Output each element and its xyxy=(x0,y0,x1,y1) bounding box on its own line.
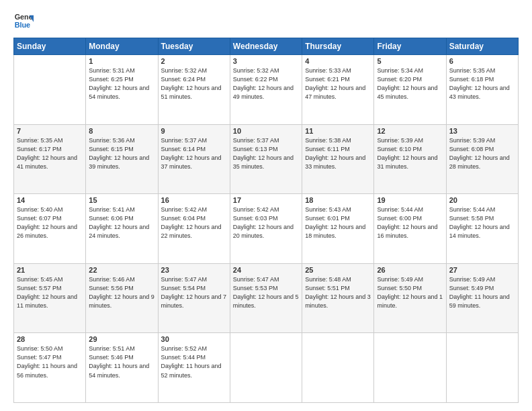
day-info: Sunrise: 5:44 AMSunset: 6:00 PMDaylight:… xyxy=(377,205,443,240)
day-number: 5 xyxy=(377,57,443,65)
day-cell: 1Sunrise: 5:31 AMSunset: 6:25 PMDaylight… xyxy=(86,55,158,125)
day-number: 16 xyxy=(161,196,227,204)
day-cell: 4Sunrise: 5:33 AMSunset: 6:21 PMDaylight… xyxy=(302,55,374,125)
day-info: Sunrise: 5:41 AMSunset: 6:06 PMDaylight:… xyxy=(89,205,154,240)
day-number: 21 xyxy=(17,266,83,274)
day-info: Sunrise: 5:35 AMSunset: 6:17 PMDaylight:… xyxy=(17,136,83,171)
weekday-header-row: SundayMondayTuesdayWednesdayThursdayFrid… xyxy=(14,38,519,55)
day-info: Sunrise: 5:42 AMSunset: 6:03 PMDaylight:… xyxy=(233,205,299,240)
day-number: 28 xyxy=(17,335,83,343)
weekday-sunday: Sunday xyxy=(14,38,86,55)
day-cell: 14Sunrise: 5:40 AMSunset: 6:07 PMDayligh… xyxy=(14,194,86,264)
day-info: Sunrise: 5:35 AMSunset: 6:18 PMDaylight:… xyxy=(449,66,515,101)
day-cell: 9Sunrise: 5:37 AMSunset: 6:14 PMDaylight… xyxy=(158,124,230,194)
day-info: Sunrise: 5:31 AMSunset: 6:25 PMDaylight:… xyxy=(89,66,154,101)
week-row-1: 1Sunrise: 5:31 AMSunset: 6:25 PMDaylight… xyxy=(14,55,519,125)
day-info: Sunrise: 5:37 AMSunset: 6:13 PMDaylight:… xyxy=(233,136,299,171)
day-cell: 22Sunrise: 5:46 AMSunset: 5:56 PMDayligh… xyxy=(86,263,158,333)
day-number: 3 xyxy=(233,57,299,65)
weekday-tuesday: Tuesday xyxy=(158,38,230,55)
day-cell: 29Sunrise: 5:51 AMSunset: 5:46 PMDayligh… xyxy=(86,333,158,403)
day-cell xyxy=(302,333,374,403)
day-cell: 21Sunrise: 5:45 AMSunset: 5:57 PMDayligh… xyxy=(14,263,86,333)
day-cell: 24Sunrise: 5:47 AMSunset: 5:53 PMDayligh… xyxy=(230,263,302,333)
week-row-5: 28Sunrise: 5:50 AMSunset: 5:47 PMDayligh… xyxy=(14,333,519,403)
day-info: Sunrise: 5:45 AMSunset: 5:57 PMDaylight:… xyxy=(17,275,83,310)
day-info: Sunrise: 5:36 AMSunset: 6:15 PMDaylight:… xyxy=(89,136,154,171)
day-number: 25 xyxy=(305,266,371,274)
day-cell: 13Sunrise: 5:39 AMSunset: 6:08 PMDayligh… xyxy=(446,124,518,194)
day-cell: 2Sunrise: 5:32 AMSunset: 6:24 PMDaylight… xyxy=(158,55,230,125)
day-info: Sunrise: 5:37 AMSunset: 6:14 PMDaylight:… xyxy=(161,136,227,171)
day-info: Sunrise: 5:42 AMSunset: 6:04 PMDaylight:… xyxy=(161,205,227,240)
day-cell: 11Sunrise: 5:38 AMSunset: 6:11 PMDayligh… xyxy=(302,124,374,194)
day-info: Sunrise: 5:38 AMSunset: 6:11 PMDaylight:… xyxy=(305,136,371,171)
day-cell: 16Sunrise: 5:42 AMSunset: 6:04 PMDayligh… xyxy=(158,194,230,264)
day-cell xyxy=(446,333,518,403)
day-info: Sunrise: 5:51 AMSunset: 5:46 PMDaylight:… xyxy=(89,345,154,379)
day-cell: 25Sunrise: 5:48 AMSunset: 5:51 PMDayligh… xyxy=(302,263,374,333)
day-cell: 20Sunrise: 5:44 AMSunset: 5:58 PMDayligh… xyxy=(446,194,518,264)
week-row-2: 7Sunrise: 5:35 AMSunset: 6:17 PMDaylight… xyxy=(14,124,519,194)
day-number: 27 xyxy=(449,266,515,274)
day-cell: 10Sunrise: 5:37 AMSunset: 6:13 PMDayligh… xyxy=(230,124,302,194)
day-cell: 12Sunrise: 5:39 AMSunset: 6:10 PMDayligh… xyxy=(374,124,446,194)
svg-text:Blue: Blue xyxy=(15,21,30,29)
day-info: Sunrise: 5:40 AMSunset: 6:07 PMDaylight:… xyxy=(17,205,83,240)
day-cell: 3Sunrise: 5:32 AMSunset: 6:22 PMDaylight… xyxy=(230,55,302,125)
day-number: 18 xyxy=(305,196,371,204)
day-number: 23 xyxy=(161,266,227,274)
weekday-wednesday: Wednesday xyxy=(230,38,302,55)
day-number: 4 xyxy=(305,57,371,65)
day-number: 7 xyxy=(17,127,83,135)
day-number: 19 xyxy=(377,196,443,204)
day-cell: 17Sunrise: 5:42 AMSunset: 6:03 PMDayligh… xyxy=(230,194,302,264)
day-number: 12 xyxy=(377,127,443,135)
weekday-friday: Friday xyxy=(374,38,446,55)
day-number: 30 xyxy=(161,335,227,343)
day-cell: 6Sunrise: 5:35 AMSunset: 6:18 PMDaylight… xyxy=(446,55,518,125)
day-number: 20 xyxy=(449,196,515,204)
week-row-4: 21Sunrise: 5:45 AMSunset: 5:57 PMDayligh… xyxy=(14,263,519,333)
page: General Blue SundayMondayTuesdayWednesda… xyxy=(0,0,532,411)
day-info: Sunrise: 5:47 AMSunset: 5:54 PMDaylight:… xyxy=(161,275,227,310)
day-cell: 30Sunrise: 5:52 AMSunset: 5:44 PMDayligh… xyxy=(158,333,230,403)
day-info: Sunrise: 5:39 AMSunset: 6:08 PMDaylight:… xyxy=(449,136,515,171)
day-cell xyxy=(230,333,302,403)
day-cell: 27Sunrise: 5:49 AMSunset: 5:49 PMDayligh… xyxy=(446,263,518,333)
weekday-saturday: Saturday xyxy=(446,38,518,55)
day-cell: 19Sunrise: 5:44 AMSunset: 6:00 PMDayligh… xyxy=(374,194,446,264)
logo-icon: General Blue xyxy=(13,11,34,31)
day-info: Sunrise: 5:49 AMSunset: 5:50 PMDaylight:… xyxy=(377,275,443,310)
day-info: Sunrise: 5:47 AMSunset: 5:53 PMDaylight:… xyxy=(233,275,299,310)
day-number: 8 xyxy=(89,127,154,135)
day-number: 9 xyxy=(161,127,227,135)
day-number: 6 xyxy=(449,57,515,65)
day-cell: 26Sunrise: 5:49 AMSunset: 5:50 PMDayligh… xyxy=(374,263,446,333)
day-info: Sunrise: 5:50 AMSunset: 5:47 PMDaylight:… xyxy=(17,345,83,379)
day-number: 11 xyxy=(305,127,371,135)
day-info: Sunrise: 5:48 AMSunset: 5:51 PMDaylight:… xyxy=(305,275,371,310)
day-number: 2 xyxy=(161,57,227,65)
day-number: 29 xyxy=(89,335,154,343)
day-info: Sunrise: 5:32 AMSunset: 6:24 PMDaylight:… xyxy=(161,66,227,101)
day-info: Sunrise: 5:32 AMSunset: 6:22 PMDaylight:… xyxy=(233,66,299,101)
day-info: Sunrise: 5:49 AMSunset: 5:49 PMDaylight:… xyxy=(449,275,515,310)
day-cell: 7Sunrise: 5:35 AMSunset: 6:17 PMDaylight… xyxy=(14,124,86,194)
day-number: 10 xyxy=(233,127,299,135)
day-cell: 23Sunrise: 5:47 AMSunset: 5:54 PMDayligh… xyxy=(158,263,230,333)
day-cell: 15Sunrise: 5:41 AMSunset: 6:06 PMDayligh… xyxy=(86,194,158,264)
day-number: 13 xyxy=(449,127,515,135)
header: General Blue xyxy=(13,11,519,31)
day-info: Sunrise: 5:44 AMSunset: 5:58 PMDaylight:… xyxy=(449,205,515,240)
day-info: Sunrise: 5:43 AMSunset: 6:01 PMDaylight:… xyxy=(305,205,371,240)
day-cell: 18Sunrise: 5:43 AMSunset: 6:01 PMDayligh… xyxy=(302,194,374,264)
day-number: 17 xyxy=(233,196,299,204)
day-cell xyxy=(14,55,86,125)
day-info: Sunrise: 5:52 AMSunset: 5:44 PMDaylight:… xyxy=(161,345,227,379)
weekday-monday: Monday xyxy=(86,38,158,55)
day-number: 22 xyxy=(89,266,154,274)
logo: General Blue xyxy=(13,11,34,31)
day-number: 15 xyxy=(89,196,154,204)
week-row-3: 14Sunrise: 5:40 AMSunset: 6:07 PMDayligh… xyxy=(14,194,519,264)
